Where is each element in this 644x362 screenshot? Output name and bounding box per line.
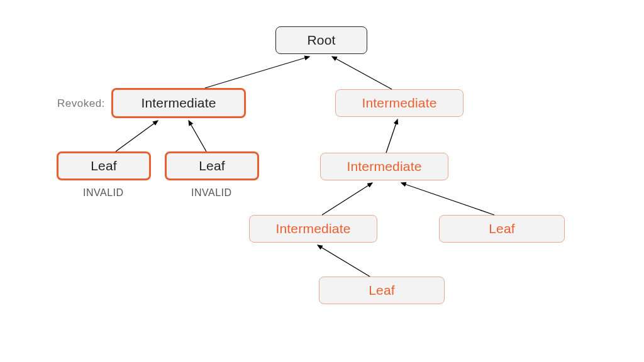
node-leaf-revoked-a-label: Leaf — [91, 158, 117, 173]
arrow-int-r1-to-root — [332, 57, 392, 89]
node-leaf-right-3: Leaf — [319, 277, 445, 304]
node-root-label: Root — [307, 33, 335, 48]
node-root: Root — [275, 26, 367, 54]
arrow-leaf-a-to-int-revoked — [116, 121, 158, 151]
arrow-int-r2-to-int-r1 — [386, 119, 397, 153]
node-leaf-right-3-label: Leaf — [369, 283, 395, 298]
arrow-leaf-r3-to-int-r3 — [318, 245, 370, 277]
node-leaf-revoked-a: Leaf — [57, 151, 151, 180]
node-intermediate-right-2-label: Intermediate — [347, 159, 421, 174]
arrow-leaf-b-to-int-revoked — [189, 121, 206, 151]
node-leaf-revoked-b: Leaf — [165, 151, 259, 180]
node-intermediate-right-1-label: Intermediate — [362, 96, 436, 111]
arrow-int-revoked-to-root — [205, 57, 309, 88]
revoked-label: Revoked: — [57, 97, 105, 110]
node-intermediate-right-3-label: Intermediate — [275, 221, 350, 236]
invalid-label-b: INVALID — [191, 187, 232, 199]
node-leaf-right-2: Leaf — [439, 215, 565, 243]
node-intermediate-right-2: Intermediate — [320, 153, 448, 180]
node-intermediate-right-1: Intermediate — [335, 89, 464, 117]
node-leaf-right-2-label: Leaf — [489, 221, 515, 236]
arrow-leaf-r2-to-int-r2 — [401, 183, 494, 215]
node-intermediate-revoked: Intermediate — [111, 88, 246, 118]
node-intermediate-right-3: Intermediate — [249, 215, 377, 243]
invalid-label-a: INVALID — [83, 187, 124, 199]
node-intermediate-revoked-label: Intermediate — [141, 96, 216, 111]
arrow-int-r3-to-int-r2 — [322, 183, 372, 215]
arrows-layer — [0, 0, 644, 362]
node-leaf-revoked-b-label: Leaf — [199, 158, 225, 173]
